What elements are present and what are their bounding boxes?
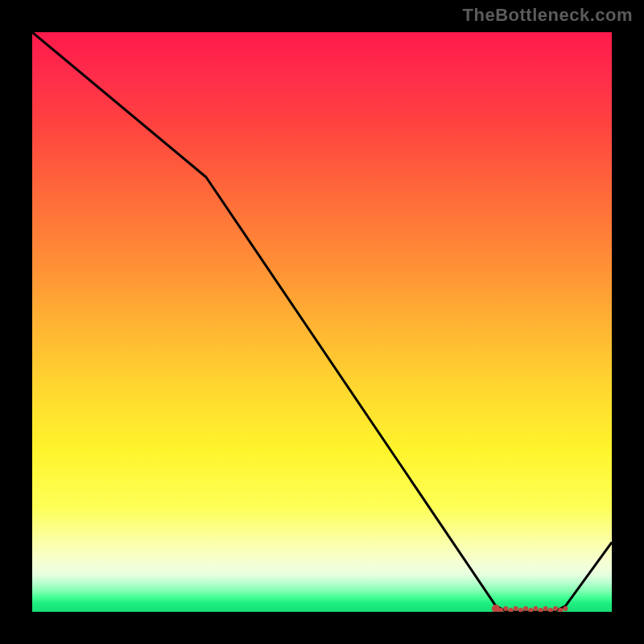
series-path — [32, 32, 612, 612]
marker-dot — [503, 606, 508, 611]
marker-dot — [548, 608, 553, 612]
chart-svg — [32, 32, 612, 612]
marker-dot — [553, 606, 558, 611]
marker-dot — [514, 606, 518, 611]
marker-dot — [509, 608, 514, 612]
marker-dot — [533, 606, 538, 611]
chart-frame: TheBottleneck.com — [0, 0, 644, 644]
plot-area — [32, 32, 612, 612]
marker-dot — [523, 606, 528, 611]
marker-dot — [528, 608, 533, 612]
marker-dot — [518, 608, 523, 612]
watermark-text: TheBottleneck.com — [463, 5, 633, 26]
marker-dot — [539, 608, 543, 612]
marker-dot — [563, 606, 568, 611]
marker-dot — [543, 606, 548, 611]
line-series — [32, 32, 612, 612]
